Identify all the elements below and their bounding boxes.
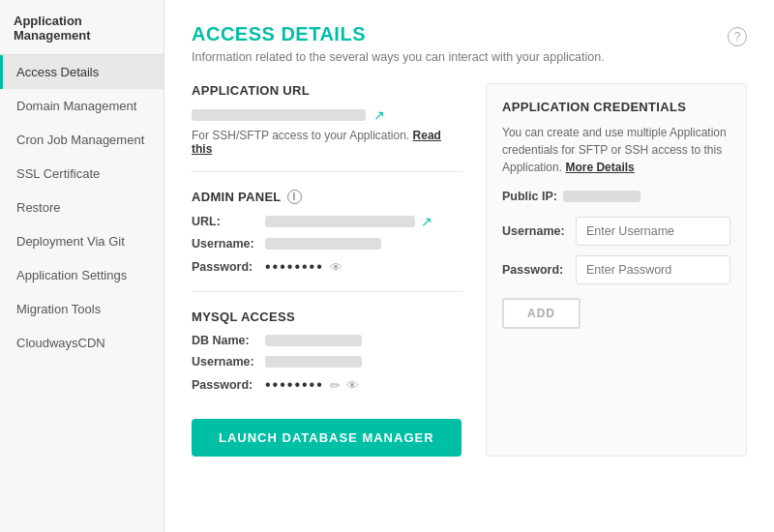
mysql-password-label: Password: xyxy=(192,378,265,392)
credentials-password-label: Password: xyxy=(502,263,568,277)
page-subtitle: Information related to the several ways … xyxy=(192,50,747,64)
mysql-username-label: Username: xyxy=(192,355,265,369)
mysql-dbname-row: DB Name: xyxy=(192,334,462,347)
left-column: APPLICATION URL ↗ For SSH/SFTP access to… xyxy=(192,83,462,457)
help-icon[interactable]: ? xyxy=(728,27,747,46)
admin-panel-password-dots: •••••••• xyxy=(265,258,324,276)
admin-panel-password-row: Password: •••••••• 👁 xyxy=(192,258,462,276)
mysql-password-value: •••••••• ✏ 👁 xyxy=(265,376,359,394)
main-content: ACCESS DETAILS ? Information related to … xyxy=(164,0,774,532)
mysql-password-dots: •••••••• xyxy=(265,376,324,394)
public-ip-label: Public IP: xyxy=(502,190,557,203)
admin-panel-username-blurred xyxy=(265,238,381,250)
sidebar-item-restore[interactable]: Restore xyxy=(0,191,164,224)
mysql-username-row: Username: xyxy=(192,355,462,369)
credentials-section-title: APPLICATION CREDENTIALS xyxy=(502,100,730,114)
admin-panel-password-label: Password: xyxy=(192,260,265,274)
sidebar-item-cloudwayscdn[interactable]: CloudwaysCDN xyxy=(0,326,164,360)
mysql-username-blurred xyxy=(265,356,362,368)
mysql-dbname-value xyxy=(265,335,362,346)
admin-panel-url-value: ↗ xyxy=(265,214,432,229)
mysql-access-section-title: MYSQL ACCESS xyxy=(192,310,462,324)
admin-panel-section-title: ADMIN PANEL i xyxy=(192,190,462,204)
admin-panel-password-value: •••••••• 👁 xyxy=(265,258,342,276)
admin-panel-username-value xyxy=(265,238,381,250)
sidebar-item-ssl-certificate[interactable]: SSL Certificate xyxy=(0,157,164,191)
public-ip-row: Public IP: xyxy=(502,190,730,203)
mysql-dbname-label: DB Name: xyxy=(192,334,265,347)
application-url-section-title: APPLICATION URL xyxy=(192,83,462,98)
mysql-dbname-blurred xyxy=(265,335,362,346)
admin-panel-url-label: URL: xyxy=(192,215,265,228)
admin-panel-external-link-icon[interactable]: ↗ xyxy=(421,214,432,229)
sidebar-title: Application Management xyxy=(0,0,164,55)
url-hint: For SSH/SFTP access to your Application.… xyxy=(192,129,462,156)
password-field-row: Password: xyxy=(502,255,730,284)
sidebar-item-deployment-via-git[interactable]: Deployment Via Git xyxy=(0,224,164,258)
sidebar: Application Management Access Details Do… xyxy=(0,0,164,532)
credentials-username-label: Username: xyxy=(502,224,568,238)
application-url-row: ↗ xyxy=(192,107,462,123)
admin-panel-toggle-password-icon[interactable]: 👁 xyxy=(330,260,342,275)
more-details-link[interactable]: More Details xyxy=(565,161,634,174)
sidebar-item-domain-management[interactable]: Domain Management xyxy=(0,89,164,123)
username-field-row: Username: xyxy=(502,217,730,246)
sidebar-item-migration-tools[interactable]: Migration Tools xyxy=(0,292,164,326)
mysql-password-row: Password: •••••••• ✏ 👁 xyxy=(192,376,462,394)
application-url-value xyxy=(192,109,366,121)
sidebar-item-application-settings[interactable]: Application Settings xyxy=(0,258,164,292)
credentials-username-input[interactable] xyxy=(576,217,730,246)
admin-panel-url-row: URL: ↗ xyxy=(192,214,462,229)
add-credentials-button[interactable]: ADD xyxy=(502,298,580,329)
credentials-password-input[interactable] xyxy=(576,255,730,284)
admin-panel-info-icon[interactable]: i xyxy=(287,190,302,204)
mysql-toggle-password-icon[interactable]: 👁 xyxy=(346,378,359,393)
credentials-description: You can create and use multiple Applicat… xyxy=(502,124,730,176)
mysql-username-value xyxy=(265,356,362,368)
admin-panel-username-label: Username: xyxy=(192,237,265,251)
public-ip-value xyxy=(563,191,640,202)
launch-database-manager-button[interactable]: LAUNCH DATABASE MANAGER xyxy=(192,419,461,457)
right-column: APPLICATION CREDENTIALS You can create a… xyxy=(486,83,747,457)
admin-panel-url-blurred xyxy=(265,216,415,227)
external-link-icon[interactable]: ↗ xyxy=(373,107,385,123)
admin-panel-username-row: Username: xyxy=(192,237,462,251)
sidebar-item-access-details[interactable]: Access Details xyxy=(0,55,164,89)
sidebar-item-cron-job-management[interactable]: Cron Job Management xyxy=(0,123,164,157)
mysql-edit-password-icon[interactable]: ✏ xyxy=(330,378,341,393)
page-title: ACCESS DETAILS xyxy=(192,23,366,45)
